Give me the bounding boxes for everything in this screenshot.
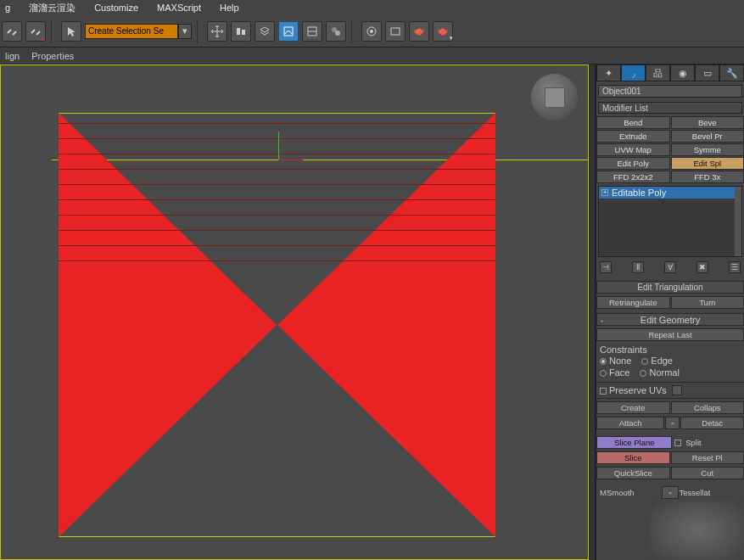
menu-item[interactable]: g bbox=[5, 3, 10, 13]
turn-button[interactable]: Turn bbox=[671, 296, 745, 309]
viewcube[interactable] bbox=[531, 74, 578, 120]
command-panel-tabs: ✦ ◞ 品 ◉ ▭ 🔧 bbox=[596, 64, 744, 81]
reset-plane-button[interactable]: Reset Pl bbox=[671, 451, 745, 464]
toolbar-separator bbox=[351, 20, 356, 43]
pin-stack-icon[interactable]: ⊣ bbox=[600, 261, 612, 273]
tab-utilities[interactable]: 🔧 bbox=[719, 64, 744, 81]
rollout-edit-geometry[interactable]: -Edit Geometry bbox=[596, 313, 744, 326]
layers-icon[interactable] bbox=[255, 21, 275, 42]
mod-bend[interactable]: Bend bbox=[596, 116, 670, 129]
remove-modifier-icon[interactable]: ✖ bbox=[696, 261, 708, 273]
tab-display[interactable]: ▭ bbox=[695, 64, 719, 81]
slice-plane-button[interactable]: Slice Plane bbox=[596, 436, 672, 449]
expand-icon[interactable]: + bbox=[601, 189, 608, 196]
svg-rect-9 bbox=[391, 28, 400, 35]
rollout-edit-triangulation[interactable]: Edit Triangulation bbox=[596, 281, 744, 294]
stack-item-editable-poly[interactable]: + Editable Poly bbox=[599, 187, 741, 199]
attach-list-button[interactable]: ▫ bbox=[665, 417, 680, 429]
stack-tools: ⊣ Ⅱ ∀ ✖ ☰ bbox=[596, 260, 744, 277]
svg-point-6 bbox=[335, 31, 340, 36]
cut-button[interactable]: Cut bbox=[671, 467, 745, 479]
modifier-list-dropdown[interactable]: Modifier List bbox=[598, 102, 742, 114]
collapse-icon: - bbox=[601, 316, 603, 325]
menu-item[interactable]: 溜溜云渲染 bbox=[29, 2, 76, 14]
viewport[interactable]: x bbox=[0, 64, 589, 560]
ribbon-item-properties[interactable]: Properties bbox=[31, 51, 74, 61]
constraint-normal[interactable]: Normal bbox=[640, 367, 679, 378]
viewcube-face[interactable] bbox=[545, 87, 565, 108]
selection-set-dropdown[interactable]: ▾ bbox=[178, 24, 192, 39]
mod-uvw-map[interactable]: UVW Map bbox=[596, 143, 670, 156]
body: x ✦ ◞ 品 ◉ ▭ 🔧 Object001 Modifier List Be… bbox=[0, 64, 744, 560]
object-bounds bbox=[59, 113, 495, 560]
constraint-face[interactable]: Face bbox=[600, 367, 629, 378]
viewport-area: x bbox=[0, 64, 589, 560]
select-icon[interactable] bbox=[61, 21, 81, 42]
detach-button[interactable]: Detac bbox=[680, 417, 744, 429]
move-icon[interactable] bbox=[207, 21, 227, 42]
render-setup-icon[interactable] bbox=[361, 21, 382, 42]
menu-item-customize[interactable]: Customize bbox=[94, 3, 138, 13]
tab-motion[interactable]: ◉ bbox=[670, 64, 695, 81]
quickslice-button[interactable]: QuickSlice bbox=[596, 467, 670, 479]
preserve-uvs-settings[interactable] bbox=[672, 385, 682, 395]
configure-sets-icon[interactable]: ☰ bbox=[729, 261, 741, 273]
mod-bevel-profile[interactable]: Bevel Pr bbox=[671, 130, 745, 143]
material-editor-icon[interactable] bbox=[326, 21, 346, 42]
slice-button[interactable]: Slice bbox=[596, 451, 670, 464]
create-button[interactable]: Create bbox=[596, 401, 670, 414]
make-unique-icon[interactable]: ∀ bbox=[664, 261, 676, 273]
link-icon[interactable] bbox=[2, 21, 22, 42]
svg-point-8 bbox=[370, 30, 373, 33]
menu-item-help[interactable]: Help bbox=[220, 3, 239, 13]
display-icon: ▭ bbox=[703, 68, 712, 79]
plus-icon: ✦ bbox=[605, 68, 613, 79]
preserve-uvs-check[interactable]: Preserve UVs bbox=[600, 385, 667, 395]
command-panel: ✦ ◞ 品 ◉ ▭ 🔧 Object001 Modifier List Bend… bbox=[596, 64, 744, 560]
show-end-result-icon[interactable]: Ⅱ bbox=[632, 261, 644, 273]
obscured-region bbox=[651, 501, 744, 560]
selection-set-input[interactable] bbox=[85, 24, 178, 39]
repeat-last-button[interactable]: Repeat Last bbox=[596, 328, 744, 341]
msmooth-settings[interactable]: ▫ bbox=[662, 486, 678, 499]
tab-hierarchy[interactable]: 品 bbox=[646, 64, 670, 81]
modifier-stack[interactable]: + Editable Poly bbox=[598, 186, 742, 257]
svg-rect-0 bbox=[237, 28, 240, 35]
mod-edit-poly[interactable]: Edit Poly bbox=[596, 157, 670, 170]
menu-item-maxscript[interactable]: MAXScript bbox=[157, 3, 201, 13]
mod-ffd-2x2x2[interactable]: FFD 2x2x2 bbox=[596, 171, 670, 183]
render-production-icon[interactable]: 🫖▾ bbox=[433, 21, 453, 42]
constraint-edge[interactable]: Edge bbox=[641, 356, 673, 366]
constraint-none[interactable]: None bbox=[600, 356, 631, 366]
svg-rect-1 bbox=[242, 30, 245, 35]
hierarchy-icon: 品 bbox=[653, 67, 663, 80]
split-check[interactable] bbox=[674, 440, 681, 446]
mod-ffd-3x3x3[interactable]: FFD 3x bbox=[671, 171, 745, 183]
motion-icon: ◉ bbox=[679, 68, 687, 79]
object-name-field[interactable]: Object001 bbox=[598, 85, 742, 98]
mod-bevel[interactable]: Beve bbox=[671, 116, 745, 129]
mod-extrude[interactable]: Extrude bbox=[596, 130, 670, 143]
constraints-group: Constraints None Edge Face Normal bbox=[596, 343, 744, 380]
align-icon[interactable] bbox=[231, 21, 251, 42]
scrollbar[interactable] bbox=[735, 187, 741, 256]
render-icon[interactable]: 🫖 bbox=[409, 21, 429, 42]
modifier-buttons: Bend Beve Extrude Bevel Pr UVW Map Symme… bbox=[596, 116, 744, 183]
retriangulate-button[interactable]: Retriangulate bbox=[596, 296, 670, 309]
split-label: Split bbox=[685, 436, 744, 449]
tab-create[interactable]: ✦ bbox=[596, 64, 621, 81]
ribbon-item[interactable]: lign bbox=[5, 51, 20, 61]
msmooth-label: MSmooth bbox=[596, 486, 661, 499]
curve-editor-icon[interactable] bbox=[278, 21, 299, 42]
mod-symmetry[interactable]: Symme bbox=[671, 143, 745, 156]
tab-modify[interactable]: ◞ bbox=[621, 64, 646, 81]
render-frame-icon[interactable] bbox=[385, 21, 406, 42]
schematic-icon[interactable] bbox=[302, 21, 322, 42]
toolbar-separator bbox=[197, 20, 202, 43]
dock-gap bbox=[589, 64, 596, 560]
collapse-button[interactable]: Collaps bbox=[671, 401, 745, 414]
mod-edit-spline[interactable]: Edit Spl bbox=[671, 157, 745, 170]
unlink-icon[interactable]: a bbox=[25, 21, 46, 42]
attach-button[interactable]: Attach bbox=[596, 417, 664, 429]
toolbar-separator bbox=[51, 20, 56, 43]
